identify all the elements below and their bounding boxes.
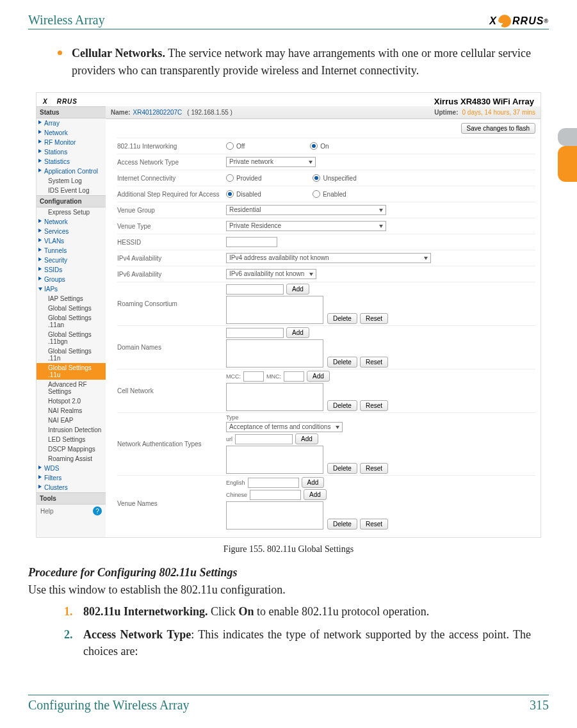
delete-button[interactable]: Delete bbox=[327, 400, 357, 411]
screenshot-logo-text: X bbox=[43, 98, 48, 105]
sidebar-item-express-setup[interactable]: Express Setup bbox=[37, 207, 106, 217]
sidebar-item-wds[interactable]: WDS bbox=[37, 464, 106, 473]
select-venue-type[interactable]: Private Residence bbox=[226, 221, 386, 231]
sidebar-item-clusters[interactable]: Clusters bbox=[37, 483, 106, 492]
sidebar-item-array[interactable]: Array bbox=[37, 118, 106, 128]
reset-button[interactable]: Reset bbox=[360, 313, 388, 324]
page-header-title: Wireless Array bbox=[28, 13, 105, 28]
add-button[interactable]: Add bbox=[307, 371, 330, 382]
sidebar-sub-iap-settings[interactable]: IAP Settings bbox=[37, 294, 106, 303]
radio-disabled[interactable] bbox=[226, 190, 234, 198]
radio-unspecified[interactable] bbox=[313, 174, 320, 182]
list1-text: Click bbox=[208, 605, 239, 618]
listbox-cell[interactable] bbox=[226, 383, 323, 411]
sidebar-sub-global-settings[interactable]: Global Settings bbox=[37, 303, 106, 313]
sidebar-item-rf-monitor[interactable]: RF Monitor bbox=[37, 138, 106, 147]
radio-off[interactable] bbox=[226, 142, 234, 150]
help-icon[interactable]: ? bbox=[93, 506, 102, 515]
sidebar-item-services[interactable]: Services bbox=[37, 227, 106, 236]
select-access-network[interactable]: Private network bbox=[226, 157, 316, 167]
chevron-right-icon bbox=[38, 475, 42, 479]
listbox-auth[interactable] bbox=[226, 446, 323, 474]
sidebar-item-stations[interactable]: Stations bbox=[37, 147, 106, 157]
sidebar-sub-global-11u[interactable]: Global Settings .11u bbox=[37, 363, 106, 380]
listbox-roaming[interactable] bbox=[226, 296, 323, 324]
select-ipv6[interactable]: IPv6 availability not known bbox=[226, 269, 316, 279]
sidebar-sub-advanced-rf[interactable]: Advanced RF Settings bbox=[37, 380, 106, 396]
sidebar-sub-global-11n[interactable]: Global Settings .11n bbox=[37, 346, 106, 363]
reset-button[interactable]: Reset bbox=[360, 357, 388, 368]
delete-button[interactable]: Delete bbox=[327, 463, 357, 474]
status-ip: ( 192.168.1.55 ) bbox=[187, 109, 232, 116]
list-number-2: 2. bbox=[64, 626, 73, 643]
sidebar-sub-ids-event-log[interactable]: IDS Event Log bbox=[37, 186, 106, 195]
sidebar-item-iaps[interactable]: IAPs bbox=[37, 284, 106, 294]
input-url[interactable] bbox=[235, 434, 293, 444]
add-button[interactable]: Add bbox=[286, 284, 309, 295]
sidebar-sub-global-11an[interactable]: Global Settings .11an bbox=[37, 313, 106, 330]
sidebar-item-tunnels[interactable]: Tunnels bbox=[37, 246, 106, 255]
radio-enabled-label: Enabled bbox=[323, 191, 346, 198]
reset-button[interactable]: Reset bbox=[360, 463, 388, 474]
sidebar-sub-led[interactable]: LED Settings bbox=[37, 435, 106, 444]
select-auth-type[interactable]: Acceptance of terms and conditions bbox=[226, 422, 343, 432]
input-hessid[interactable] bbox=[226, 237, 277, 247]
add-button[interactable]: Add bbox=[286, 327, 309, 338]
sidebar-sub-dscp[interactable]: DSCP Mappings bbox=[37, 444, 106, 454]
input-english[interactable] bbox=[248, 478, 299, 488]
input-mnc[interactable] bbox=[284, 371, 304, 382]
sidebar-item-security[interactable]: Security bbox=[37, 255, 106, 265]
sidebar-item-statistics[interactable]: Statistics bbox=[37, 157, 106, 166]
sidebar-sub-global-11bgn[interactable]: Global Settings .11bgn bbox=[37, 330, 106, 346]
sidebar-item-app-control[interactable]: Application Control bbox=[37, 166, 106, 176]
sidebar-item-filters[interactable]: Filters bbox=[37, 473, 106, 483]
radio-on-label: On bbox=[320, 143, 329, 150]
add-button[interactable]: Add bbox=[302, 477, 325, 488]
sidebar-help-label[interactable]: Help bbox=[40, 508, 54, 515]
add-button[interactable]: Add bbox=[304, 489, 327, 500]
listbox-domain[interactable] bbox=[226, 339, 323, 368]
sidebar-sub-roaming[interactable]: Roaming Assist bbox=[37, 454, 106, 464]
select-ipv4[interactable]: IPv4 address availability not known bbox=[226, 253, 431, 263]
sidebar-sub-nai-realms[interactable]: NAI Realms bbox=[37, 406, 106, 416]
sidebar-sub-intrusion[interactable]: Intrusion Detection bbox=[37, 425, 106, 435]
bullet-dot-icon bbox=[58, 51, 62, 55]
save-button[interactable]: Save changes to flash bbox=[461, 123, 535, 134]
reset-button[interactable]: Reset bbox=[360, 519, 388, 530]
sidebar-sub-system-log[interactable]: System Log bbox=[37, 176, 106, 186]
reset-button[interactable]: Reset bbox=[360, 400, 388, 411]
status-name-label: Name: bbox=[111, 109, 131, 116]
add-button[interactable]: Add bbox=[295, 433, 318, 444]
delete-button[interactable]: Delete bbox=[327, 519, 357, 530]
sidebar: Status Array Network RF Monitor Stations… bbox=[37, 106, 106, 537]
delete-button[interactable]: Delete bbox=[327, 357, 357, 368]
listbox-venue-names[interactable] bbox=[226, 501, 323, 530]
select-value: Private Residence bbox=[229, 222, 281, 229]
select-venue-group[interactable]: Residential bbox=[226, 205, 386, 215]
sidebar-item-groups[interactable]: Groups bbox=[37, 275, 106, 284]
logo-text: RRUS bbox=[512, 15, 544, 27]
input-chinese[interactable] bbox=[250, 490, 301, 500]
input-mcc[interactable] bbox=[243, 371, 264, 382]
radio-on[interactable] bbox=[310, 142, 318, 150]
sidebar-item-network[interactable]: Network bbox=[37, 128, 106, 138]
label-english: English bbox=[226, 480, 245, 486]
radio-provided[interactable] bbox=[226, 174, 234, 182]
sidebar-item-network-cfg[interactable]: Network bbox=[37, 217, 106, 227]
input-roaming[interactable] bbox=[226, 284, 284, 295]
label-venue-type: Venue Type bbox=[117, 223, 226, 230]
sidebar-sub-hotspot[interactable]: Hotspot 2.0 bbox=[37, 396, 106, 406]
status-uptime-label: Uptime: bbox=[434, 109, 458, 116]
logo-text: X bbox=[489, 15, 497, 27]
input-domain[interactable] bbox=[226, 328, 284, 338]
product-name: Xirrus XR4830 WiFi Array bbox=[434, 97, 534, 106]
sidebar-item-label: Network bbox=[44, 129, 68, 136]
sidebar-item-vlans[interactable]: VLANs bbox=[37, 236, 106, 246]
registered-icon: ® bbox=[544, 18, 549, 24]
radio-enabled[interactable] bbox=[313, 190, 320, 198]
logo-swirl-icon bbox=[498, 15, 511, 28]
sidebar-sub-nai-eap[interactable]: NAI EAP bbox=[37, 416, 106, 425]
sidebar-item-ssids[interactable]: SSIDs bbox=[37, 265, 106, 275]
chevron-right-icon bbox=[38, 149, 42, 153]
delete-button[interactable]: Delete bbox=[327, 313, 357, 324]
